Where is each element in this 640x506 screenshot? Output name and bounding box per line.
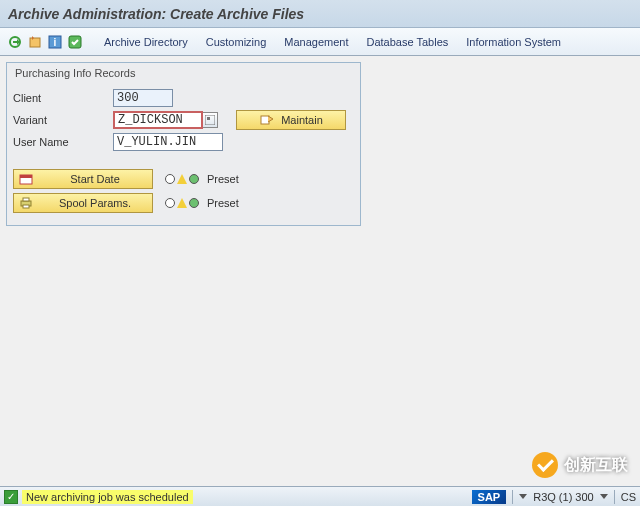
maintain-button[interactable]: Maintain	[236, 110, 346, 130]
variant-label: Variant	[13, 114, 113, 126]
watermark-text: 创新互联	[564, 455, 628, 476]
spool-preset-label: Preset	[207, 197, 239, 209]
start-date-button[interactable]: Start Date	[13, 169, 153, 189]
status-success-icon: ✓	[4, 490, 18, 504]
work-area: Purchasing Info Records Client 300 Varia…	[0, 56, 640, 226]
title-bar: Archive Administration: Create Archive F…	[0, 0, 640, 28]
group-purchasing-info-records: Purchasing Info Records Client 300 Varia…	[6, 62, 361, 226]
start-date-label: Start Date	[42, 173, 148, 185]
variant-input[interactable]: Z_DICKSON	[113, 111, 203, 129]
info-icon[interactable]: i	[46, 33, 64, 51]
status-message: New archiving job was scheduled	[22, 490, 193, 504]
watermark: 创新互联	[532, 452, 628, 478]
sap-logo: SAP	[472, 490, 507, 504]
status-right: SAP R3Q (1) 300 CS	[472, 490, 636, 504]
svg-rect-7	[261, 116, 269, 124]
menu-information-system[interactable]: Information System	[458, 32, 569, 52]
calendar-icon	[18, 172, 34, 186]
search-help-icon[interactable]	[202, 112, 218, 128]
svg-text:i: i	[54, 37, 57, 48]
svg-rect-6	[207, 117, 210, 120]
group-title: Purchasing Info Records	[13, 65, 354, 85]
spool-traffic-icon	[165, 198, 199, 208]
execute-icon[interactable]	[6, 33, 24, 51]
system-info: R3Q (1) 300	[533, 491, 594, 503]
printer-icon	[18, 196, 34, 210]
menu-archive-directory[interactable]: Archive Directory	[96, 32, 196, 52]
link-icon[interactable]	[66, 33, 84, 51]
svg-rect-1	[30, 38, 40, 47]
session-dropdown-icon[interactable]	[519, 494, 527, 499]
menu-management[interactable]: Management	[276, 32, 356, 52]
job-overview-icon[interactable]	[26, 33, 44, 51]
menu-database-tables[interactable]: Database Tables	[359, 32, 457, 52]
row-start-date: Start Date Preset	[13, 167, 354, 191]
spool-params-label: Spool Params.	[42, 197, 148, 209]
system-dropdown-icon[interactable]	[600, 494, 608, 499]
application-toolbar: i Archive Directory Customizing Manageme…	[0, 28, 640, 56]
client-value: 300	[113, 89, 173, 107]
username-label: User Name	[13, 136, 113, 148]
row-username: User Name V_YULIN.JIN	[13, 131, 354, 153]
row-client: Client 300	[13, 87, 354, 109]
row-variant: Variant Z_DICKSON Maintain	[13, 109, 354, 131]
svg-rect-9	[20, 175, 32, 178]
maintain-label: Maintain	[281, 114, 323, 126]
status-bar: ✓ New archiving job was scheduled SAP R3…	[0, 486, 640, 506]
svg-rect-11	[23, 198, 29, 201]
start-date-preset-label: Preset	[207, 173, 239, 185]
spool-params-button[interactable]: Spool Params.	[13, 193, 153, 213]
server-info: CS	[621, 491, 636, 503]
svg-rect-12	[23, 205, 29, 208]
username-input[interactable]: V_YULIN.JIN	[113, 133, 223, 151]
row-spool-params: Spool Params. Preset	[13, 191, 354, 215]
watermark-icon	[532, 452, 558, 478]
page-title: Archive Administration: Create Archive F…	[8, 6, 304, 22]
maintain-icon	[259, 113, 275, 127]
client-label: Client	[13, 92, 113, 104]
start-date-traffic-icon	[165, 174, 199, 184]
menu-customizing[interactable]: Customizing	[198, 32, 275, 52]
